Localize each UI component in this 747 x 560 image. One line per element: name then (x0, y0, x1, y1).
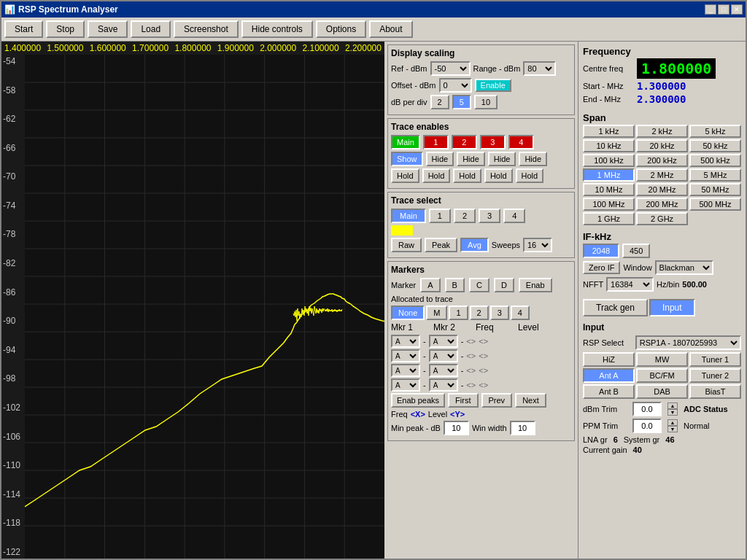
span-5khz[interactable]: 5 kHz (689, 125, 741, 138)
sel-3-button[interactable]: 3 (479, 209, 500, 223)
span-500khz[interactable]: 500 kHz (689, 154, 741, 167)
span-1khz[interactable]: 1 kHz (583, 125, 635, 138)
level-arrow-1[interactable]: <> (479, 337, 488, 346)
span-1mhz[interactable]: 1 MHz (583, 168, 635, 182)
save-button[interactable]: Save (88, 20, 128, 38)
span-20mhz[interactable]: 20 MHz (636, 183, 688, 196)
winwidth-input[interactable] (510, 421, 535, 435)
options-button[interactable]: Options (316, 20, 366, 38)
alloc-none-button[interactable]: None (391, 306, 425, 320)
hide-3-button[interactable]: Hide (488, 152, 516, 166)
level-arrow-4[interactable]: <> (479, 381, 488, 389)
alloc-1-button[interactable]: 1 (449, 306, 468, 320)
input-tab[interactable]: Input (649, 299, 695, 316)
hide-1-button[interactable]: Hide (426, 152, 454, 166)
level-arrow-2[interactable]: <> (479, 351, 488, 360)
ant-a-button[interactable]: Ant A (583, 368, 635, 383)
freq-arrow-1[interactable]: <> (466, 337, 476, 346)
maximize-button[interactable]: □ (718, 4, 729, 15)
marker-a-button[interactable]: A (420, 278, 440, 292)
marker-c-button[interactable]: C (469, 278, 489, 292)
peak-button[interactable]: Peak (425, 238, 457, 252)
level-y-arrow[interactable]: <Y> (450, 410, 465, 419)
freq-arrow-4[interactable]: <> (466, 381, 476, 389)
minpeak-input[interactable] (444, 421, 469, 435)
trace-4-button[interactable]: 4 (508, 135, 534, 149)
span-1ghz[interactable]: 1 GHz (583, 212, 635, 225)
span-2ghz[interactable]: 2 GHz (636, 212, 688, 225)
hold-3-button[interactable]: Hold (484, 168, 513, 183)
dbm-trim-down[interactable]: ▼ (667, 409, 678, 416)
mkr2-select-1[interactable]: A (429, 335, 458, 348)
marker-enab-button[interactable]: Enab (519, 278, 552, 292)
bcfm-button[interactable]: BC/FM (636, 368, 688, 383)
dab-button[interactable]: DAB (636, 384, 688, 399)
trace-main-button[interactable]: Main (391, 135, 420, 149)
load-button[interactable]: Load (131, 20, 171, 38)
mkr2-select-4[interactable]: A (429, 378, 458, 392)
alloc-2-button[interactable]: 2 (470, 306, 489, 320)
mkr1-select-3[interactable]: A (391, 364, 420, 377)
prev-button[interactable]: Prev (481, 393, 513, 408)
enable-button[interactable]: Enable (475, 79, 511, 92)
trace-2-button[interactable]: 2 (452, 135, 477, 149)
about-button[interactable]: About (369, 20, 412, 38)
db-2-button[interactable]: 2 (430, 95, 449, 109)
rsp-select[interactable]: RSP1A - 1807025993 (635, 335, 741, 350)
alloc-3-button[interactable]: 3 (490, 306, 509, 320)
if-450-button[interactable]: 450 (622, 244, 650, 258)
hiz-button[interactable]: HiZ (583, 352, 635, 367)
marker-b-button[interactable]: B (445, 278, 465, 292)
span-2mhz[interactable]: 2 MHz (636, 168, 688, 182)
mkr2-select-2[interactable]: A (429, 349, 458, 362)
span-200mhz[interactable]: 200 MHz (636, 198, 688, 211)
span-20khz[interactable]: 20 kHz (636, 139, 688, 152)
span-10mhz[interactable]: 10 MHz (583, 183, 635, 196)
trace-3-button[interactable]: 3 (480, 135, 506, 149)
marker-d-button[interactable]: D (494, 278, 514, 292)
sweeps-select[interactable]: 16 (523, 238, 552, 252)
db-5-button[interactable]: 5 (452, 95, 471, 109)
hide-2-button[interactable]: Hide (457, 152, 485, 166)
sel-main-button[interactable]: Main (391, 209, 426, 223)
if-2048-button[interactable]: 2048 (583, 244, 619, 258)
span-500mhz[interactable]: 500 MHz (689, 198, 741, 211)
range-select[interactable]: 80 (523, 61, 556, 76)
level-arrow-3[interactable]: <> (479, 366, 488, 375)
db-10-button[interactable]: 10 (474, 95, 498, 109)
mkr1-select-1[interactable]: A (391, 335, 420, 348)
span-50khz[interactable]: 50 kHz (689, 139, 741, 152)
span-100khz[interactable]: 100 kHz (583, 154, 635, 167)
freq-arrow-3[interactable]: <> (466, 366, 476, 375)
zero-if-button[interactable]: Zero IF (583, 261, 620, 274)
tuner2-button[interactable]: Tuner 2 (689, 368, 741, 383)
ppm-trim-input[interactable] (632, 419, 662, 433)
sel-1-button[interactable]: 1 (429, 209, 451, 223)
sel-4-button[interactable]: 4 (503, 209, 525, 223)
biast-button[interactable]: BiasT (689, 384, 741, 399)
mkr1-select-4[interactable]: A (391, 378, 420, 392)
first-button[interactable]: First (448, 393, 478, 408)
raw-button[interactable]: Raw (391, 238, 422, 252)
show-button[interactable]: Show (391, 152, 423, 166)
span-10khz[interactable]: 10 kHz (583, 139, 635, 152)
hide-4-button[interactable]: Hide (519, 152, 547, 166)
freq-arrow-2[interactable]: <> (466, 351, 476, 360)
mkr1-select-2[interactable]: A (391, 349, 420, 362)
trace-1-button[interactable]: 1 (423, 135, 449, 149)
avg-button[interactable]: Avg (460, 238, 489, 252)
hold-4-button[interactable]: Hold (516, 168, 544, 183)
sel-2-button[interactable]: 2 (454, 209, 476, 223)
track-gen-tab[interactable]: Track gen (583, 299, 648, 316)
dbm-trim-input[interactable] (632, 402, 662, 416)
start-button[interactable]: Start (4, 20, 43, 38)
mw-button[interactable]: MW (636, 352, 688, 367)
hold-2-button[interactable]: Hold (453, 168, 481, 183)
span-100mhz[interactable]: 100 MHz (583, 198, 635, 211)
span-2khz[interactable]: 2 kHz (636, 125, 688, 138)
span-200khz[interactable]: 200 kHz (636, 154, 688, 167)
span-5mhz[interactable]: 5 MHz (689, 168, 741, 182)
dbm-trim-up[interactable]: ▲ (667, 402, 678, 409)
minimize-button[interactable]: _ (705, 4, 716, 15)
hold-1-button[interactable]: Hold (422, 168, 451, 183)
